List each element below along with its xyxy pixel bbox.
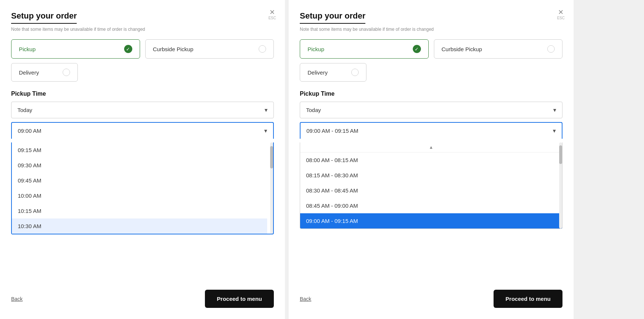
right-proceed-button[interactable]: Proceed to menu [494, 290, 562, 308]
left-panel-title: Setup your order [11, 11, 77, 24]
left-scrollbar-thumb [270, 146, 273, 168]
right-time-chevron: ▾ [553, 127, 556, 134]
left-back-button[interactable]: Back [11, 296, 23, 302]
close-icon: ✕ [269, 9, 275, 16]
right-time-dropdown[interactable]: 09:00 AM - 09:15 AM ▾ [300, 122, 562, 139]
right-scrollbar-track [559, 142, 562, 228]
right-footer: Back Proceed to menu [300, 290, 562, 308]
left-time-list-inner: 09:15 AM 09:30 AM 09:45 AM 10:00 AM 10:1… [12, 142, 273, 234]
time-option-1030[interactable]: 10:30 AM [12, 218, 267, 234]
right-time-option-0830[interactable]: 08:30 AM - 08:45 AM [300, 183, 562, 198]
scroll-up-indicator: ▲ [300, 142, 562, 152]
left-time-dropdown[interactable]: 09:00 AM ▾ [11, 122, 274, 139]
right-curbside-label: Curbside Pickup [442, 46, 482, 52]
right-panel-title: Setup your order [300, 11, 365, 24]
delivery-button[interactable]: Delivery [11, 63, 78, 82]
right-scrollbar-thumb [559, 145, 562, 164]
curbside-label: Curbside Pickup [153, 46, 193, 52]
left-scrollbar-track[interactable] [270, 142, 273, 234]
right-curbside-radio [547, 45, 555, 53]
right-curbside-button[interactable]: Curbside Pickup [434, 39, 563, 59]
right-esc-label: ESC [557, 16, 565, 20]
left-time-list: 09:15 AM 09:30 AM 09:45 AM 10:00 AM 10:1… [11, 142, 274, 234]
right-day-chevron: ▾ [553, 106, 556, 114]
right-pickup-time-label: Pickup Time [300, 91, 562, 97]
right-time-option-0800[interactable]: 08:00 AM - 08:15 AM [300, 152, 562, 168]
right-day-value: Today [306, 107, 321, 113]
left-order-types: Pickup ✓ Curbside Pickup [11, 39, 274, 59]
right-time-option-0815[interactable]: 08:15 AM - 08:30 AM [300, 168, 562, 183]
right-day-dropdown[interactable]: Today ▾ [300, 102, 562, 118]
curbside-radio [259, 45, 266, 53]
right-check-icon: ✓ [413, 45, 421, 53]
right-delivery-radio [351, 69, 359, 76]
pickup-time-section: Pickup Time Today ▾ 09:00 AM ▾ 09:15 AM … [11, 91, 274, 234]
left-time-chevron: ▾ [264, 127, 267, 134]
left-footer: Back Proceed to menu [11, 290, 274, 308]
pickup-button[interactable]: Pickup ✓ [11, 39, 140, 59]
check-icon: ✓ [124, 45, 132, 53]
delivery-radio [63, 69, 70, 76]
pickup-time-label: Pickup Time [11, 91, 274, 97]
pickup-label: Pickup [19, 46, 36, 52]
scroll-up-icon: ▲ [429, 145, 434, 150]
time-option-1000[interactable]: 10:00 AM [12, 188, 267, 203]
right-delivery-label: Delivery [308, 69, 328, 76]
time-option-0930[interactable]: 09:30 AM [12, 158, 267, 173]
time-option-0915[interactable]: 09:15 AM [12, 142, 267, 158]
right-time-option-0900[interactable]: 09:00 AM - 09:15 AM [300, 213, 562, 228]
delivery-row: Delivery [11, 63, 274, 82]
right-time-value: 09:00 AM - 09:15 AM [306, 128, 358, 134]
right-pickup-time-section: Pickup Time Today ▾ 09:00 AM - 09:15 AM … [300, 91, 562, 229]
right-close-icon: ✕ [558, 9, 564, 16]
left-day-value: Today [17, 107, 32, 113]
left-time-value: 09:00 AM [18, 128, 41, 134]
esc-label: ESC [268, 16, 276, 20]
time-option-1015[interactable]: 10:15 AM [12, 203, 267, 218]
right-close-button[interactable]: ✕ ESC [557, 9, 565, 20]
left-panel: Setup your order Note that some items ma… [0, 0, 285, 319]
right-time-list: ▲ 08:00 AM - 08:15 AM 08:15 AM - 08:30 A… [300, 142, 562, 229]
time-option-0945[interactable]: 09:45 AM [12, 173, 267, 188]
right-delivery-button[interactable]: Delivery [300, 63, 366, 82]
right-pickup-button[interactable]: Pickup ✓ [300, 39, 429, 59]
right-panel: Setup your order Note that some items ma… [289, 0, 574, 319]
left-panel-subtitle: Note that some items may be unavailable … [11, 27, 274, 32]
right-order-types: Pickup ✓ Curbside Pickup [300, 39, 562, 59]
left-day-chevron: ▾ [265, 106, 268, 114]
right-delivery-row: Delivery [300, 63, 562, 82]
left-close-button[interactable]: ✕ ESC [268, 9, 276, 20]
left-day-dropdown[interactable]: Today ▾ [11, 102, 274, 118]
right-time-option-0845[interactable]: 08:45 AM - 09:00 AM [300, 198, 562, 213]
right-panel-subtitle: Note that some items may be unavailable … [300, 27, 562, 32]
right-back-button[interactable]: Back [300, 296, 311, 302]
delivery-label: Delivery [19, 69, 39, 76]
right-pickup-label: Pickup [308, 46, 324, 52]
left-proceed-button[interactable]: Proceed to menu [205, 290, 274, 308]
curbside-pickup-button[interactable]: Curbside Pickup [145, 39, 274, 59]
